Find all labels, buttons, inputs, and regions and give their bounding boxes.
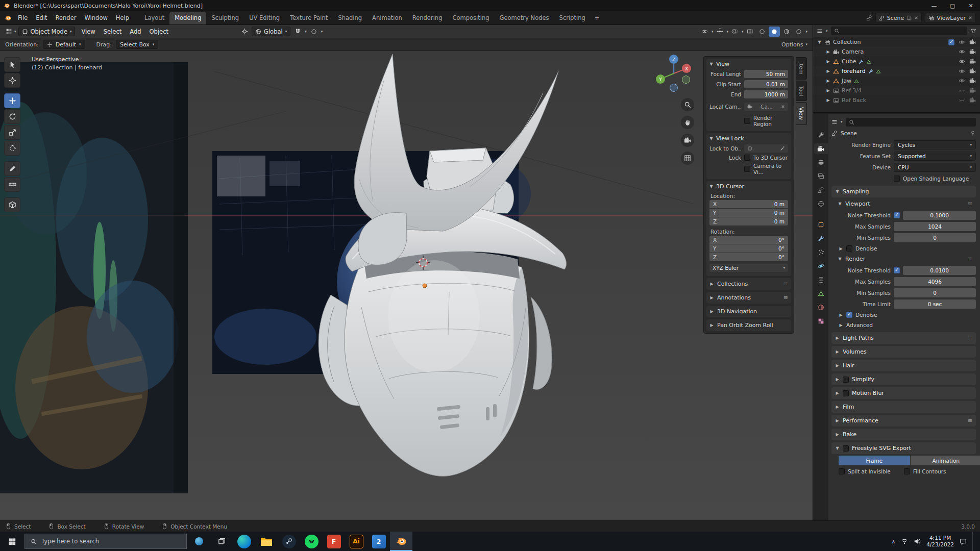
disclosure-right-icon[interactable]: ▶ (826, 59, 830, 64)
lock-to-object-field[interactable] (744, 144, 788, 153)
performance-panel-header[interactable]: ▶ Performance ≡ (831, 415, 976, 427)
clear-icon[interactable] (781, 105, 785, 109)
options-button[interactable]: Options ▾ (781, 41, 807, 48)
device-dropdown[interactable]: CPU ▾ (894, 163, 976, 172)
lock-3d-cursor-toggle[interactable]: To 3D Cursor (744, 155, 788, 161)
select-box-tool[interactable] (4, 57, 20, 72)
clock[interactable]: 4:11 PM 4/23/2022 (926, 535, 954, 548)
properties-search-field[interactable] (846, 118, 976, 127)
render-min-samples-field[interactable]: 0 (894, 288, 976, 297)
render-visibility-icon[interactable] (969, 68, 976, 74)
disclosure-right-icon[interactable]: ▶ (826, 79, 830, 83)
overlays-button[interactable] (729, 27, 741, 37)
noise-threshold-checkbox[interactable] (894, 267, 900, 273)
workspace-tab-modeling[interactable]: Modeling (169, 12, 206, 24)
object-name[interactable]: Ref 3/4 (842, 87, 862, 94)
panel-menu-icon[interactable]: ≡ (783, 281, 788, 287)
cursor-tool[interactable] (4, 73, 20, 88)
freestyle-svg-export-panel-header[interactable]: ▼ Freestyle SVG Export (831, 442, 976, 454)
freestyle-checkbox[interactable] (843, 445, 849, 452)
task-view-button[interactable] (210, 532, 233, 551)
cursor-rotation-z-field[interactable]: Z0° (709, 253, 788, 261)
panel-menu-icon[interactable]: ≡ (968, 201, 972, 207)
app-f-icon[interactable]: F (323, 532, 345, 551)
shading-solid-button[interactable] (769, 27, 780, 37)
tab-constraint-properties[interactable] (814, 274, 828, 285)
add-cube-tool[interactable] (4, 197, 20, 212)
sampling-render-subheader[interactable]: ▼ Render ≡ (831, 254, 976, 264)
workspace-tab-shading[interactable]: Shading (333, 12, 367, 24)
gizmo-z-negative[interactable] (670, 84, 678, 92)
menu-window[interactable]: Window (80, 12, 111, 23)
scale-tool[interactable] (4, 125, 20, 140)
shading-rendered-button[interactable] (793, 27, 804, 37)
cursor-location-z-field[interactable]: Z0 m (709, 217, 788, 226)
noise-threshold-checkbox[interactable] (894, 212, 900, 218)
file-explorer-icon[interactable] (255, 532, 278, 551)
workspace-tab-texture-paint[interactable]: Texture Paint (285, 12, 333, 24)
scene-selector[interactable]: Scene (875, 13, 922, 23)
object-name[interactable]: Ref Back (842, 97, 866, 104)
pan-orbit-zoom-roll-panel-header[interactable]: ▶ Pan Orbit Zoom Roll (706, 319, 791, 331)
panel-menu-icon[interactable]: ≡ (968, 417, 972, 424)
camera-to-view-toggle[interactable]: Camera to Vi... (744, 163, 788, 175)
shading-wireframe-button[interactable] (756, 27, 768, 37)
annotations-panel-header[interactable]: ▶ Annotations ≡ (706, 292, 791, 304)
ortho-toggle-button[interactable] (681, 152, 694, 165)
render-engine-dropdown[interactable]: Cycles ▾ (894, 140, 976, 149)
hair-panel-header[interactable]: ▶ Hair (831, 360, 976, 371)
show-desktop-button[interactable] (972, 532, 975, 551)
3d-cursor-header[interactable]: ▼ 3D Cursor (706, 181, 791, 192)
spotify-icon[interactable] (300, 532, 323, 551)
simplify-panel-header[interactable]: ▶ Simplify (831, 373, 976, 385)
checkbox-unchecked[interactable] (744, 155, 750, 161)
outliner-row-cube[interactable]: ▶ Cube (813, 57, 980, 66)
taskbar-search[interactable] (24, 534, 187, 549)
disclosure-right-icon[interactable]: ▶ (826, 88, 830, 93)
outliner-row-ref-back[interactable]: ▶ Ref Back (813, 95, 980, 105)
menu-3d-select[interactable]: Select (100, 27, 126, 37)
disclosure-right-icon[interactable]: ▶ (826, 69, 830, 73)
disclosure-down-icon[interactable]: ▼ (817, 40, 822, 44)
disclosure-right-icon[interactable]: ▶ (826, 49, 830, 54)
gizmos-button[interactable] (714, 27, 725, 37)
eyedropper-icon[interactable] (780, 146, 785, 151)
tab-world-properties[interactable] (814, 198, 828, 209)
tab-texture-properties[interactable] (814, 316, 828, 327)
tab-particle-properties[interactable] (814, 247, 828, 258)
focal-length-field[interactable]: 50 mm (744, 70, 788, 78)
collection-include-checkbox[interactable] (948, 39, 954, 45)
zoom-button[interactable] (681, 98, 694, 111)
workspace-tab-scripting[interactable]: Scripting (554, 12, 591, 24)
eye-icon[interactable] (959, 39, 965, 45)
outliner-row-camera[interactable]: ▶ Camera (813, 47, 980, 57)
render-visibility-icon[interactable] (969, 39, 976, 45)
cursor-rotation-x-field[interactable]: X0° (709, 236, 788, 244)
eye-icon[interactable] (959, 78, 965, 84)
xray-toggle-button[interactable] (744, 27, 755, 37)
transform-pivot-button[interactable] (239, 27, 250, 37)
clip-start-field[interactable]: 0.01 m (744, 80, 788, 88)
minimize-button[interactable]: — (925, 0, 943, 11)
menu-3d-add[interactable]: Add (126, 27, 145, 37)
osl-toggle[interactable]: Open Shading Language (894, 176, 969, 182)
unlink-scene-icon[interactable] (914, 16, 918, 20)
eye-icon[interactable] (959, 48, 965, 55)
outliner-editor-icon[interactable] (817, 28, 823, 34)
motion-blur-checkbox[interactable] (843, 390, 849, 396)
checkbox-unchecked[interactable] (744, 166, 750, 172)
snap-toggle-button[interactable] (292, 27, 303, 37)
motion-blur-panel-header[interactable]: ▶ Motion Blur (831, 387, 976, 399)
workspace-tab-rendering[interactable]: Rendering (407, 12, 448, 24)
workspace-tab-layout[interactable]: Layout (139, 12, 169, 24)
cursor-rotation-y-field[interactable]: Y0° (709, 244, 788, 253)
tab-viewlayer-properties[interactable] (814, 171, 828, 182)
panel-menu-icon[interactable]: ≡ (783, 294, 788, 301)
workspace-tab-geometry-nodes[interactable]: Geometry Nodes (495, 12, 554, 24)
volumes-panel-header[interactable]: ▶ Volumes (831, 346, 976, 358)
browse-scene-icon[interactable] (866, 15, 872, 21)
remove-viewlayer-icon[interactable] (968, 16, 972, 20)
object-name[interactable]: Camera (842, 48, 864, 55)
time-limit-field[interactable]: 0 sec (894, 299, 976, 309)
object-name[interactable]: Jaw (842, 78, 851, 84)
